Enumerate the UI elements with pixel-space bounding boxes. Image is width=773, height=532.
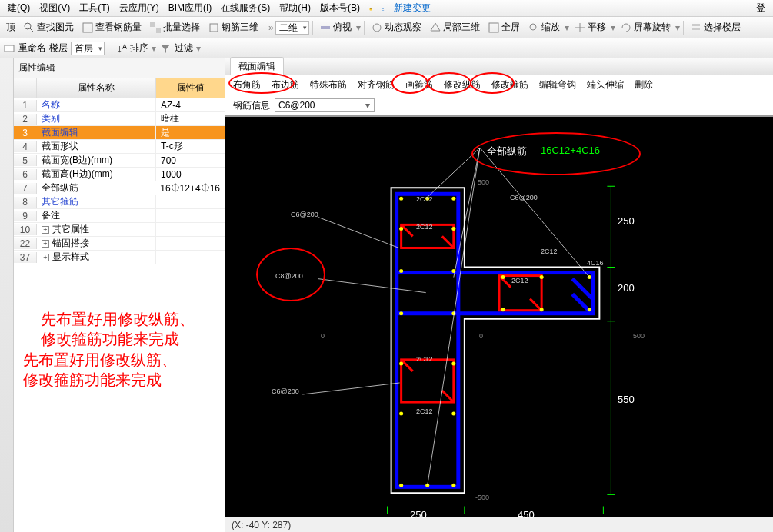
panel-title: 属性编辑: [14, 58, 225, 78]
op-4[interactable]: 画箍筋: [405, 78, 433, 91]
view-mode-dropdown[interactable]: 二维: [275, 21, 309, 35]
drawing-canvas[interactable]: 全部纵筋 16C12+4C16 先布置好用修改纵筋、 修改箍筋功能来完成 250…: [225, 117, 773, 517]
svg-line-62: [318, 279, 425, 293]
menu-tools[interactable]: 工具(T): [75, 2, 114, 15]
svg-point-39: [399, 197, 403, 201]
svg-point-41: [451, 197, 455, 201]
tab-section-edit[interactable]: 截面编辑: [230, 57, 284, 75]
svg-point-49: [451, 361, 455, 365]
svg-point-50: [399, 412, 403, 416]
prop-row[interactable]: 2类别暗柱: [14, 112, 225, 126]
op-9[interactable]: 删除: [635, 78, 653, 91]
op-6[interactable]: 修改箍筋: [491, 78, 528, 91]
svg-point-11: [373, 24, 381, 32]
prop-row[interactable]: 22+锚固搭接: [14, 237, 225, 251]
prop-row[interactable]: 9备注: [14, 209, 225, 223]
header-name: 属性名称: [37, 78, 156, 98]
steel-dropdown-icon[interactable]: ▾: [365, 100, 370, 111]
tb-pan[interactable]: 平移: [571, 21, 609, 34]
tb-dynamic[interactable]: 动态观察: [368, 21, 425, 34]
toolbar-main: 顶 查找图元 查看钢筋量 批量选择 钢筋三维 » 二维 俯视▾ 动态观察 局部三…: [0, 17, 773, 38]
all-rebar-value: 16C12+4C16: [541, 145, 600, 156]
dim-250b: 250: [410, 509, 427, 520]
toolbar-sub: 重命名 楼层 首层 ↓ᴬ 排序▾ 过滤▾: [0, 38, 773, 58]
filter-button[interactable]: 过滤: [175, 42, 193, 55]
op-2[interactable]: 特殊布筋: [310, 78, 347, 91]
tb-zoom[interactable]: 缩放: [525, 21, 563, 34]
svg-point-56: [540, 275, 544, 279]
op-8[interactable]: 端头伸缩: [587, 78, 624, 91]
menu-cloud[interactable]: 云应用(Y): [115, 2, 164, 15]
op-5[interactable]: 修改纵筋: [444, 78, 481, 91]
menu-bim[interactable]: BIM应用(I): [164, 2, 217, 15]
tb-topview[interactable]: 俯视: [316, 21, 355, 34]
op-0[interactable]: 布角筋: [233, 78, 261, 91]
tb-3d[interactable]: 钢筋三维: [205, 21, 262, 34]
svg-point-51: [451, 412, 455, 416]
svg-point-43: [451, 227, 455, 231]
svg-line-66: [480, 148, 589, 277]
op-3[interactable]: 对齐钢筋: [358, 78, 395, 91]
lbl-2c12-2: 2C12: [416, 223, 433, 231]
new-change-link[interactable]: 新建变更: [389, 2, 435, 15]
tb-select-floor[interactable]: 选择楼层: [687, 21, 744, 34]
section-drawing: [225, 117, 773, 532]
lbl-2c12-3: 2C12: [511, 277, 528, 284]
svg-point-42: [399, 227, 403, 231]
prop-row[interactable]: 8其它箍筋: [14, 195, 225, 209]
svg-rect-9: [210, 24, 218, 32]
prop-row[interactable]: 7全部纵筋16⏀12+4⏀16: [14, 181, 225, 195]
svg-line-35: [499, 276, 511, 288]
prop-row[interactable]: 37+显示样式: [14, 251, 225, 264]
svg-point-46: [399, 311, 403, 315]
login-link[interactable]: 登: [751, 2, 770, 15]
menu-bar: 建(Q) 视图(V) 工具(T) 云应用(Y) BIM应用(I) 在线服务(S)…: [0, 0, 773, 17]
menu-help[interactable]: 帮助(H): [275, 2, 315, 15]
dim-250: 250: [618, 215, 635, 227]
prop-row[interactable]: 10+其它属性: [14, 223, 225, 237]
svg-line-33: [401, 360, 413, 371]
svg-line-64: [426, 148, 480, 198]
steel-label: 钢筋信息: [233, 99, 270, 112]
prop-row[interactable]: 1名称AZ-4: [14, 98, 225, 112]
prop-row[interactable]: 6截面高(H边)(mm)1000: [14, 168, 225, 181]
tb-find[interactable]: 查找图元: [20, 21, 77, 34]
sort-button[interactable]: 排序: [130, 42, 148, 55]
op-7[interactable]: 编辑弯钩: [539, 78, 576, 91]
tb-rotate[interactable]: 屏幕旋转: [617, 21, 674, 34]
op-1[interactable]: 布边筋: [272, 78, 299, 91]
prop-row[interactable]: 3截面编辑是: [14, 126, 225, 140]
svg-line-5: [30, 28, 34, 32]
menu-build[interactable]: 建(Q): [3, 2, 35, 15]
svg-rect-15: [692, 28, 700, 30]
tb-local3d[interactable]: 局部三维: [426, 21, 483, 34]
floor-dropdown[interactable]: 首层: [71, 42, 105, 55]
property-panel: 属性编辑 属性名称 属性值 1名称AZ-42类别暗柱3截面编辑是4截面形状T-c…: [14, 58, 225, 532]
svg-rect-12: [489, 23, 498, 32]
app-icon: [365, 2, 377, 15]
lbl-c6-2: C6@200: [272, 387, 299, 395]
tb-top[interactable]: 顶: [3, 21, 18, 34]
steel-input[interactable]: [275, 98, 375, 112]
tb-batch[interactable]: 批量选择: [146, 21, 203, 34]
rename-button[interactable]: 重命名: [18, 42, 46, 55]
tb-steel-qty[interactable]: 查看钢筋量: [78, 21, 145, 34]
filter-icon: [159, 42, 172, 55]
tb-fullscreen[interactable]: 全屏: [485, 21, 523, 34]
menu-version[interactable]: 版本号(B): [315, 2, 365, 15]
svg-line-34: [442, 391, 454, 402]
lbl-2c12-1: 2C12: [416, 195, 433, 203]
svg-point-60: [588, 308, 591, 311]
floor-label: 楼层: [49, 42, 68, 55]
svg-rect-6: [83, 23, 92, 32]
lbl-c6-3: C6@200: [510, 194, 538, 201]
instruction-note-overlay: 先布置好用修改纵筋、 修改箍筋功能来完成: [23, 350, 177, 390]
menu-online[interactable]: 在线服务(S): [216, 2, 275, 15]
svg-point-52: [399, 484, 403, 487]
lbl-2c12-6: 2C12: [416, 407, 433, 415]
svg-rect-8: [156, 28, 161, 33]
prop-row[interactable]: 4截面形状T-c形: [14, 140, 225, 154]
prop-row[interactable]: 5截面宽(B边)(mm)700: [14, 154, 225, 168]
left-strip[interactable]: [0, 58, 14, 532]
menu-view[interactable]: 视图(V): [35, 2, 75, 15]
